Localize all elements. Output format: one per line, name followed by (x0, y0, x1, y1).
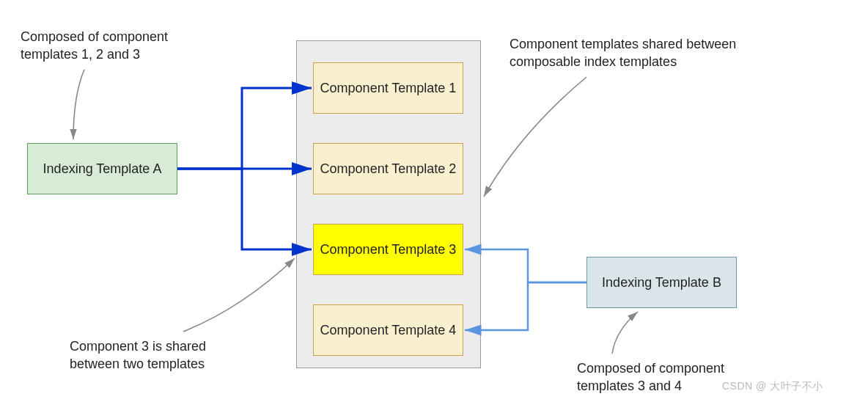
edge-b-to-comp4 (465, 282, 586, 330)
component-template-2: Component Template 2 (313, 143, 463, 194)
component-template-4: Component Template 4 (313, 304, 463, 356)
edge-a-to-comp3 (177, 169, 312, 249)
component-template-3-label: Component Template 3 (320, 241, 457, 258)
edge-b-to-comp3 (465, 249, 586, 282)
pointer-composed-a (73, 70, 84, 139)
pointer-composed-b (612, 312, 638, 354)
component-template-1: Component Template 1 (313, 62, 463, 114)
component-template-2-label: Component Template 2 (320, 161, 457, 178)
annotation-composed-a: Composed of component templates 1, 2 and… (21, 28, 168, 64)
indexing-template-a: Indexing Template A (27, 143, 177, 194)
diagram-canvas: { "nodes": { "template_a": "Indexing\nTe… (0, 0, 868, 402)
indexing-template-a-label: Indexing Template A (43, 161, 162, 178)
annotation-shared-between: Component templates shared between compo… (510, 35, 736, 71)
edge-a-to-comp1 (177, 88, 312, 169)
annotation-comp3-shared: Component 3 is shared between two templa… (70, 337, 206, 373)
component-template-4-label: Component Template 4 (320, 322, 457, 339)
indexing-template-b-label: Indexing Template B (602, 274, 721, 291)
component-template-1-label: Component Template 1 (320, 80, 457, 97)
watermark: CSDN @ 大叶子不小 (722, 380, 823, 393)
component-template-3: Component Template 3 (313, 224, 463, 275)
annotation-composed-b: Composed of component templates 3 and 4 (577, 359, 724, 395)
pointer-comp3-shared (183, 258, 295, 332)
indexing-template-b: Indexing Template B (586, 257, 737, 308)
pointer-shared-between (484, 77, 586, 197)
